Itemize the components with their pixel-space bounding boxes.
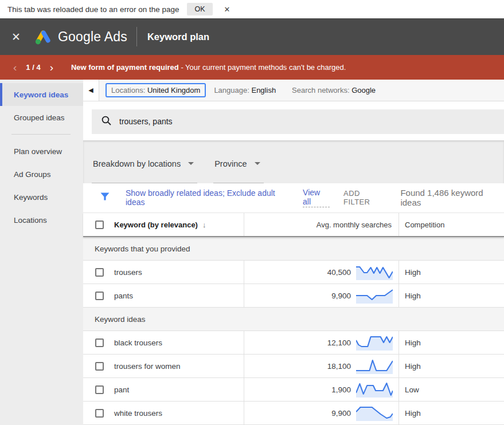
app-header: ✕ Google Ads Keyword plan xyxy=(0,18,504,55)
search-icon xyxy=(101,116,111,128)
avg-searches-value: 9,900 xyxy=(331,292,351,300)
avg-searches-value: 1,900 xyxy=(331,385,351,394)
trend-sparkline xyxy=(356,358,393,374)
notice-close-icon[interactable]: ✕ xyxy=(224,5,230,14)
breakdown-by-dropdown[interactable]: Breakdown by locations xyxy=(92,152,197,183)
networks-setting[interactable]: Search networks: Google xyxy=(292,86,376,95)
province-label: Province xyxy=(214,159,247,168)
table-body: Keywords that you providedtrousers40,500… xyxy=(83,237,504,425)
alert-prev-icon[interactable]: ‹ xyxy=(11,62,19,73)
table-row: pant1,900Low xyxy=(83,378,504,402)
google-ads-logo-icon xyxy=(34,28,52,46)
locations-value: United Kingdom xyxy=(147,86,201,95)
filter-funnel-icon[interactable] xyxy=(100,192,110,203)
language-setting[interactable]: Language: English xyxy=(214,86,276,95)
alert-message: New form of payment required - Your curr… xyxy=(71,63,346,72)
avg-searches-value: 18,100 xyxy=(327,362,351,371)
locations-label: Locations: xyxy=(111,86,145,95)
sidebar-item-keyword-ideas[interactable]: Keyword ideas xyxy=(0,83,83,106)
keyword-table: Keyword (by relevance) ↓ Avg. monthly se… xyxy=(83,213,504,425)
sidebar-item-grouped-ideas[interactable]: Grouped ideas xyxy=(0,106,83,129)
language-label: Language: xyxy=(214,86,249,95)
keyword-cell[interactable]: pants xyxy=(114,292,133,300)
plan-settings-bar: ◀ Locations: United Kingdom Language: En… xyxy=(83,80,504,101)
active-filters-link[interactable]: Show broadly related ideas; Exclude adul… xyxy=(126,188,293,207)
competition-column-header[interactable]: Competition xyxy=(398,213,504,236)
table-row: white trousers9,900High xyxy=(83,402,504,425)
competition-value: High xyxy=(398,331,504,354)
table-row: pants9,900High xyxy=(83,284,504,308)
row-checkbox[interactable] xyxy=(95,268,104,277)
trend-sparkline xyxy=(356,335,393,351)
notice-message: This tab was reloaded due to an error on… xyxy=(7,5,179,14)
keyword-cell[interactable]: trousers xyxy=(114,268,142,277)
chevron-down-icon xyxy=(255,162,260,165)
competition-value: High xyxy=(398,261,504,284)
networks-value: Google xyxy=(351,86,376,95)
keyword-column-header[interactable]: Keyword (by relevance) xyxy=(114,221,198,229)
filter-row: Show broadly related ideas; Exclude adul… xyxy=(83,183,504,213)
competition-value: High xyxy=(398,355,504,377)
row-checkbox[interactable] xyxy=(95,292,104,300)
searches-column-header[interactable]: Avg. monthly searches xyxy=(244,213,398,236)
networks-label: Search networks: xyxy=(292,86,349,95)
page-title: Keyword plan xyxy=(147,32,209,42)
keyword-search-input[interactable]: trousers, pants xyxy=(92,109,504,134)
alert-title: New form of payment required xyxy=(71,63,179,72)
breakdown-strip: Breakdown by locations Province xyxy=(83,140,504,183)
add-filter-button[interactable]: ADD FILTER xyxy=(343,189,388,206)
alert-detail: - Your current payment methods can't be … xyxy=(179,63,346,72)
found-count: Found 1,486 keyword ideas xyxy=(400,188,504,207)
header-divider xyxy=(136,27,137,46)
sidebar-item-plan-overview[interactable]: Plan overview xyxy=(0,140,83,163)
product-name: Google Ads xyxy=(58,29,127,45)
keyword-cell[interactable]: white trousers xyxy=(114,409,162,418)
table-row: trousers40,500High xyxy=(83,261,504,284)
search-area: trousers, pants xyxy=(83,101,504,140)
sort-desc-icon[interactable]: ↓ xyxy=(202,221,206,229)
collapse-panel-button[interactable]: ◀ xyxy=(83,80,99,101)
app-close-icon[interactable]: ✕ xyxy=(11,30,26,44)
competition-value: Low xyxy=(398,378,504,401)
trend-sparkline xyxy=(356,405,393,421)
view-all-link[interactable]: View all xyxy=(303,188,330,207)
sidebar-item-ad-groups[interactable]: Ad Groups xyxy=(0,163,83,186)
row-checkbox[interactable] xyxy=(95,385,104,394)
browser-notice-bar: This tab was reloaded due to an error on… xyxy=(0,0,504,18)
keyword-cell[interactable]: trousers for women xyxy=(114,362,181,371)
breakdown-by-label: Breakdown by locations xyxy=(93,159,181,168)
table-row: trousers for women18,100High xyxy=(83,355,504,378)
trend-sparkline xyxy=(356,264,393,280)
trend-sparkline xyxy=(356,288,393,304)
row-checkbox[interactable] xyxy=(95,339,104,347)
row-checkbox[interactable] xyxy=(95,362,104,371)
keyword-cell[interactable]: pant xyxy=(114,385,129,394)
select-all-checkbox[interactable] xyxy=(95,221,104,229)
search-query: trousers, pants xyxy=(119,117,173,126)
alert-pager: 1 / 4 xyxy=(26,63,40,72)
sidebar-item-locations[interactable]: Locations xyxy=(0,208,83,231)
sidebar-nav: Keyword ideasGrouped ideasPlan overviewA… xyxy=(0,80,83,425)
sidebar-divider xyxy=(11,134,71,135)
language-value: English xyxy=(251,86,276,95)
trend-sparkline xyxy=(356,381,393,398)
table-header-row: Keyword (by relevance) ↓ Avg. monthly se… xyxy=(83,213,504,237)
group-row: Keyword ideas xyxy=(83,308,504,331)
avg-searches-value: 12,100 xyxy=(327,339,351,347)
table-row: black trousers12,100High xyxy=(83,331,504,355)
competition-value: High xyxy=(398,402,504,424)
keyword-cell[interactable]: black trousers xyxy=(114,339,162,347)
row-checkbox[interactable] xyxy=(95,409,104,418)
payment-alert-bar: ‹ 1 / 4 › New form of payment required -… xyxy=(0,55,504,80)
competition-value: High xyxy=(398,284,504,307)
avg-searches-value: 40,500 xyxy=(327,268,351,277)
chevron-down-icon xyxy=(188,162,194,165)
avg-searches-value: 9,900 xyxy=(331,409,351,418)
group-row: Keywords that you provided xyxy=(83,237,504,261)
ok-button[interactable]: OK xyxy=(187,3,212,15)
sidebar-item-keywords[interactable]: Keywords xyxy=(0,186,83,208)
province-dropdown[interactable]: Province xyxy=(213,152,263,183)
locations-setting[interactable]: Locations: United Kingdom xyxy=(106,83,206,97)
alert-next-icon[interactable]: › xyxy=(48,62,56,73)
main-panel: ◀ Locations: United Kingdom Language: En… xyxy=(83,80,504,425)
